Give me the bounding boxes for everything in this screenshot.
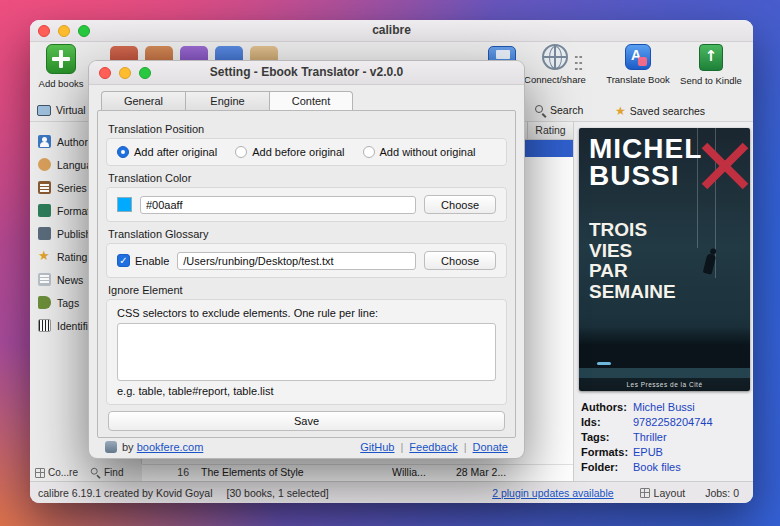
radio-dot — [363, 146, 375, 158]
sidebar-item-label: Series — [57, 182, 87, 194]
layout-toggle[interactable]: Layout — [640, 487, 686, 499]
authors-icon — [38, 135, 51, 148]
github-link[interactable]: GitHub — [360, 441, 394, 453]
radio-add-after-original[interactable]: Add after original — [117, 146, 217, 158]
bookfere-icon — [105, 441, 117, 453]
color-swatch[interactable] — [117, 197, 132, 212]
color-choose-button[interactable]: Choose — [424, 195, 496, 214]
book-details-fields: Authors: Michel Bussi Ids: 9782258204744… — [581, 399, 749, 474]
ids-link[interactable]: 9782258204744 — [633, 416, 713, 428]
add-books-button[interactable]: Add books — [32, 44, 90, 90]
detail-row: Folder: Book files — [581, 459, 749, 474]
search-button[interactable]: Search — [535, 104, 583, 116]
save-button[interactable]: Save — [108, 411, 505, 431]
news-icon — [38, 273, 51, 286]
title-cell: The Elements of Style — [195, 466, 392, 478]
glossary-path-input[interactable] — [177, 252, 416, 270]
by-text: by — [122, 441, 134, 453]
formats-label: Formats: — [581, 446, 633, 458]
add-books-icon — [46, 44, 76, 74]
authors-link[interactable]: Michel Bussi — [633, 401, 695, 413]
cover-author-line: BUSSI — [589, 160, 680, 191]
layout-icon — [640, 488, 650, 498]
rating-column-header[interactable]: Rating — [527, 122, 573, 139]
book-cover[interactable]: MICHEL BUSSI TROIS VIES PAR SEMAINE Les … — [579, 128, 750, 391]
formats-link[interactable]: EPUB — [633, 446, 663, 458]
toolbar-separator-dots — [574, 54, 583, 72]
radio-dot — [235, 146, 247, 158]
series-icon — [38, 181, 51, 194]
enable-label: Enable — [135, 255, 169, 267]
send-to-kindle-label: Send to Kindle — [672, 76, 750, 86]
selection-count-text: [30 books, 1 selected] — [227, 487, 329, 499]
glossary-choose-button[interactable]: Choose — [424, 251, 496, 270]
cover-grid-button[interactable]: Co...re — [35, 467, 78, 478]
tab-general[interactable]: General — [101, 91, 185, 110]
dialog-title: Setting - Ebook Translator - v2.0.0 — [89, 65, 524, 79]
jobs-indicator[interactable]: Jobs: 0 — [705, 487, 739, 499]
rating-star-icon — [38, 250, 51, 263]
send-to-kindle-button[interactable]: Send to Kindle — [672, 44, 750, 87]
cover-publisher: Les Presses de la Cité — [579, 381, 750, 388]
cover-water — [579, 368, 750, 378]
translation-glossary-group: ✓ Enable Choose — [106, 243, 507, 278]
saved-searches-button[interactable]: Saved searches — [615, 104, 705, 118]
detail-row: Ids: 9782258204744 — [581, 414, 749, 429]
cover-title-line: TROIS — [589, 220, 676, 241]
bottom-left-strip: Co...re Find — [30, 464, 142, 481]
color-value-input[interactable] — [140, 196, 416, 214]
send-to-kindle-icon — [699, 44, 723, 71]
tags-icon — [38, 296, 51, 309]
cover-grid-label: Co...re — [48, 467, 78, 478]
tab-content[interactable]: Content — [269, 91, 353, 110]
book-details-panel: MICHEL BUSSI TROIS VIES PAR SEMAINE Les … — [573, 122, 753, 481]
dialog-titlebar[interactable]: Setting - Ebook Translator - v2.0.0 — [89, 61, 524, 85]
tags-link[interactable]: Thriller — [633, 431, 667, 443]
cover-title-line: PAR — [589, 261, 676, 282]
sidebar-item-label: Tags — [57, 297, 79, 309]
translation-position-group: Add after original Add before original A… — [106, 138, 507, 166]
css-selectors-hint: CSS selectors to exclude elements. One r… — [117, 307, 496, 319]
css-selectors-textarea[interactable] — [117, 323, 496, 381]
feedback-link[interactable]: Feedback — [409, 441, 457, 453]
folder-label: Folder: — [581, 461, 633, 473]
glossary-enable-checkbox[interactable]: ✓ Enable — [117, 254, 169, 267]
donate-link[interactable]: Donate — [473, 441, 508, 453]
bookfere-link[interactable]: bookfere.com — [137, 441, 204, 453]
radio-label: Add after original — [134, 146, 217, 158]
dialog-footer: by bookfere.com GitHub | Feedback | Dona… — [89, 436, 524, 458]
window-title: calibre — [30, 23, 753, 37]
book-row[interactable]: 16 The Elements of Style Willia... 28 Ma… — [142, 464, 573, 479]
find-button[interactable]: Find — [90, 467, 123, 478]
layout-label: Layout — [654, 487, 686, 499]
radio-dot-selected — [117, 146, 129, 158]
plugin-updates-link[interactable]: 2 plugin updates available — [492, 487, 613, 499]
radio-add-before-original[interactable]: Add before original — [235, 146, 344, 158]
tags-label: Tags: — [581, 431, 633, 443]
link-separator: | — [400, 441, 403, 453]
ids-label: Ids: — [581, 416, 633, 428]
detail-row: Authors: Michel Bussi — [581, 399, 749, 414]
connect-share-label: Connect/share — [520, 75, 590, 85]
radio-add-without-original[interactable]: Add without original — [363, 146, 476, 158]
cover-title-text: TROIS VIES PAR SEMAINE — [589, 220, 676, 302]
folder-link[interactable]: Book files — [633, 461, 681, 473]
translation-color-heading: Translation Color — [108, 172, 505, 184]
ebook-translator-dialog: Setting - Ebook Translator - v2.0.0 Gene… — [88, 60, 525, 459]
dialog-tabs: General Engine Content — [101, 91, 353, 110]
add-books-label: Add books — [32, 79, 90, 89]
search-icon — [535, 105, 546, 116]
translate-book-button[interactable]: Translate Book — [600, 44, 676, 86]
languages-icon — [38, 158, 51, 171]
translation-position-heading: Translation Position — [108, 123, 505, 135]
window-titlebar[interactable]: calibre — [30, 20, 753, 42]
translation-glossary-heading: Translation Glossary — [108, 228, 505, 240]
author-cell: Willia... — [392, 466, 448, 478]
desktop-background: calibre Add books Connect/share Translat… — [0, 0, 780, 526]
row-index-cell: 16 — [142, 466, 195, 478]
sidebar-item-label: Rating — [57, 251, 87, 263]
sidebar-item-label: News — [57, 274, 83, 286]
formats-icon — [38, 204, 51, 217]
cover-title-line: VIES — [589, 241, 676, 262]
tab-engine[interactable]: Engine — [185, 91, 269, 110]
